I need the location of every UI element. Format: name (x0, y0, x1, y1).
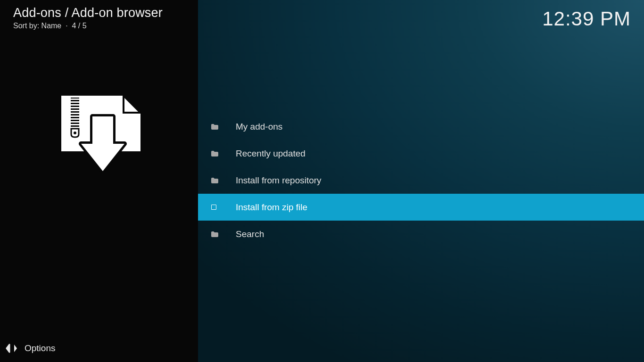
menu-item-label: Install from zip file (236, 202, 307, 213)
folder-icon (211, 151, 236, 156)
svg-rect-2 (71, 101, 79, 103)
breadcrumb: Add-ons / Add-on browser (13, 6, 163, 20)
menu-item-recently-updated[interactable]: Recently updated (198, 140, 644, 167)
menu-item-label: Install from repository (236, 175, 322, 186)
svg-rect-9 (71, 121, 79, 123)
menu-item-label: Search (236, 229, 264, 239)
clock: 12:39 PM (542, 8, 631, 30)
install-from-zip-icon (58, 92, 143, 177)
menu-list: My add-ons Recently updated Install from… (198, 113, 644, 247)
right-panel: 12:39 PM My add-ons Recently updated Ins… (198, 0, 644, 362)
menu-item-install-from-zip-file[interactable]: Install from zip file (198, 194, 644, 221)
svg-rect-3 (71, 104, 79, 106)
left-panel: Add-ons / Add-on browser Sort by: Name ·… (0, 0, 198, 362)
folder-icon (211, 231, 236, 237)
separator: · (66, 22, 67, 30)
list-position: 4 / 5 (72, 22, 87, 30)
menu-item-install-from-repository[interactable]: Install from repository (198, 167, 644, 194)
sort-info: Sort by: Name · 4 / 5 (13, 22, 87, 30)
sort-label: Sort by: Name (13, 22, 61, 30)
options-arrows-icon (6, 344, 18, 353)
options-button[interactable]: Options (6, 343, 55, 354)
svg-rect-8 (71, 118, 79, 120)
svg-rect-5 (71, 110, 79, 111)
menu-item-search[interactable]: Search (198, 221, 644, 247)
svg-rect-4 (71, 107, 79, 108)
svg-rect-7 (71, 115, 79, 117)
menu-item-my-addons[interactable]: My add-ons (198, 113, 644, 140)
menu-item-label: My add-ons (236, 122, 282, 132)
menu-item-label: Recently updated (236, 148, 305, 159)
folder-icon (211, 178, 236, 183)
svg-point-12 (74, 132, 76, 134)
options-label: Options (25, 343, 55, 354)
svg-rect-10 (71, 124, 79, 125)
svg-rect-1 (71, 99, 79, 100)
folder-icon (211, 124, 236, 130)
svg-rect-6 (71, 113, 79, 114)
zip-file-icon (211, 205, 236, 210)
